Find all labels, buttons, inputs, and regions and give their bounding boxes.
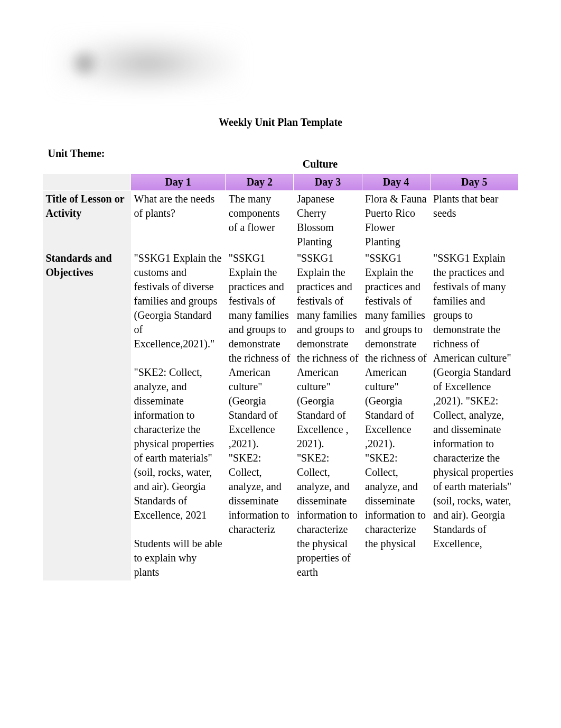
day-header-row: Day 1 Day 2 Day 3 Day 4 Day 5 [43, 174, 519, 191]
standards-day2: "SSKG1 Explain the practices and festiva… [226, 250, 294, 580]
title-of-lesson-row: Title of Lesson or Activity What are the… [43, 191, 519, 251]
header-day-2: Day 2 [226, 174, 294, 191]
title-of-lesson-day2: The many components of a flower [226, 191, 294, 251]
standards-day4: "SSKG1 Explain the practices and festiva… [362, 250, 430, 580]
header-day-4: Day 4 [362, 174, 430, 191]
logo-blur-dot [69, 48, 100, 79]
unit-theme-value: Culture [127, 148, 513, 170]
standards-objectives-label: Standards and Objectives [43, 250, 131, 580]
header-blank [43, 174, 131, 191]
page-title: Weekly Unit Plan Template [42, 116, 519, 128]
unit-plan-table: Unit Theme: Culture Day 1 Day 2 Day 3 Da… [42, 144, 519, 580]
standards-objectives-row: Standards and Objectives "SSKG1 Explain … [43, 250, 519, 580]
title-of-lesson-day5: Plants that bear seeds [430, 191, 518, 251]
title-of-lesson-day3: Japanese Cherry Blossom Planting [294, 191, 362, 251]
unit-theme-label: Unit Theme: [48, 148, 127, 170]
title-of-lesson-day1: What are the needs of plants? [131, 191, 226, 251]
standards-day1: "SSKG1 Explain the customs and festivals… [131, 250, 226, 580]
unit-theme-row: Unit Theme: Culture [43, 144, 519, 174]
header-day-1: Day 1 [131, 174, 226, 191]
header-day-3: Day 3 [294, 174, 362, 191]
header-day-5: Day 5 [430, 174, 518, 191]
title-of-lesson-day4: Flora & Fauna Puerto Rico Flower Plantin… [362, 191, 430, 251]
logo-blur-background [53, 32, 243, 95]
standards-day3: "SSKG1 Explain the practices and festiva… [294, 250, 362, 580]
standards-day5: "SSKG1 Explain the practices and festiva… [430, 250, 518, 580]
title-of-lesson-label: Title of Lesson or Activity [43, 191, 131, 251]
